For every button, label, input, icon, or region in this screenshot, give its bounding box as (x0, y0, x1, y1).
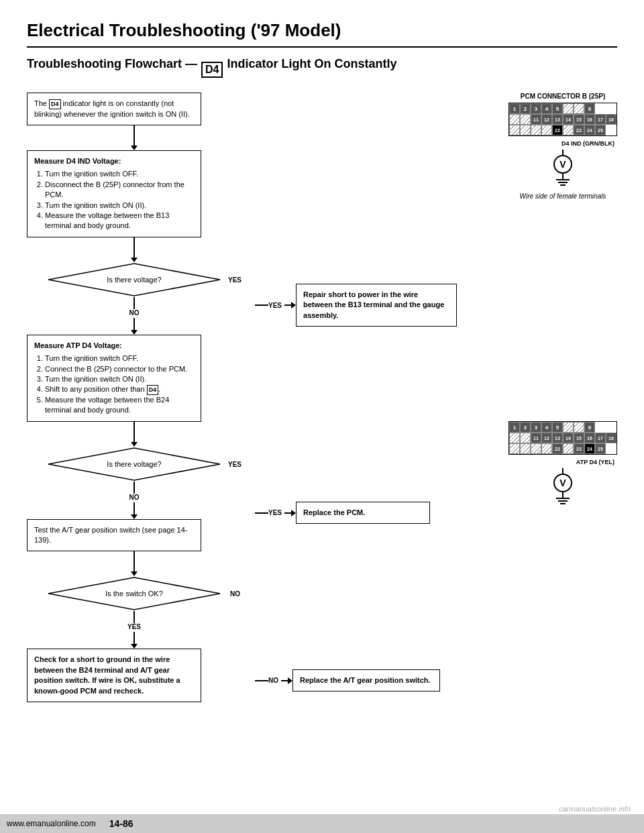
no1-label: NO (129, 309, 140, 317)
box3-step4: Shift to any position other than D4. (45, 384, 194, 395)
watermark-logo: carmanualsonline.info (559, 805, 631, 813)
no2-label: NO (129, 494, 140, 501)
wire-side-text: Wire side of female terminals (508, 192, 617, 200)
right-action-row-2: YES Replace the PCM. (255, 502, 610, 524)
box3-step3: Turn the ignition switch ON (II). (45, 374, 194, 384)
right-action-row-3: NO Replace the A/T gear position switch. (255, 669, 610, 691)
indicator-box: D4 (201, 62, 223, 78)
no3-label: NO (230, 590, 240, 598)
box3-step5: Measure the voltage between the B24 term… (45, 395, 194, 416)
yes3-label: YES (127, 623, 141, 630)
diamond-1: Is there voltage? YES (47, 262, 221, 297)
bottom-bar: www.emanualonline.com 14-86 (0, 814, 644, 833)
box5-text: Check for a short to ground in the wire … (34, 655, 180, 694)
arrow-3 (131, 330, 138, 335)
arrow-right-1 (291, 302, 296, 309)
section-subtitle: Indicator Light On Constantly (227, 57, 396, 71)
arrow-7 (131, 644, 138, 649)
arrow-right-3 (288, 677, 292, 684)
bottom-page: 14-86 (109, 818, 133, 829)
flowchart-box-1: The D4 indicator light is on constantly … (27, 93, 201, 125)
diamond3-text: Is the switch OK? (47, 576, 221, 611)
flowchart-box-3: Measure ATP D4 Voltage: Turn the ignitio… (27, 335, 201, 422)
box3-d4: D4 (147, 385, 159, 395)
yes2-line-label: YES (268, 509, 282, 516)
connector-diagram-2: 1 2 3 4 5 8 11 12 13 (508, 421, 617, 504)
conn2-label: ATP D4 (YEL) (508, 459, 614, 465)
flowchart-box-5: Check for a short to ground in the wire … (27, 649, 201, 702)
section-title: Troubleshooting Flowchart — (27, 57, 197, 71)
box2-step2: Disconnect the B (25P) connector from th… (45, 180, 194, 201)
conn1-label: D4 IND (GRN/BLK) (508, 140, 614, 147)
diamond-2: Is there voltage? YES (47, 447, 221, 482)
box2-step4: Measure the voltage between the B13 term… (45, 211, 194, 231)
box3-step2: Connect the B (25P) connector to the PCM… (45, 364, 194, 374)
box3-title: Measure ATP D4 Voltage: (34, 341, 122, 349)
yes2-label: YES (228, 460, 241, 467)
flowchart-left: The D4 indicator light is on constantly … (27, 93, 241, 702)
box1-d4-label: D4 (49, 99, 61, 109)
right-action-box-2: Replace the PCM. (296, 502, 430, 524)
box2-step1: Turn the ignition switch OFF. (45, 169, 194, 179)
connector-diagram-1: PCM CONNECTOR B (25P) 1 2 3 4 5 8 (508, 93, 617, 200)
no3-line-label: NO (268, 677, 278, 684)
bottom-url: www.emanualonline.com (7, 819, 96, 828)
page: Electrical Troubleshooting ('97 Model) T… (0, 0, 644, 833)
flowchart-area: The D4 indicator light is on constantly … (27, 93, 617, 702)
voltmeter-1: V (553, 155, 572, 174)
yes1-label: YES (228, 276, 241, 283)
arrow-5 (131, 514, 138, 519)
right-action-box-1: Repair short to power in the wire betwee… (296, 284, 457, 327)
replace-pcm-text: Replace the PCM. (303, 508, 365, 516)
right-action-box-3: Replace the A/T gear position switch. (292, 669, 440, 691)
replace-switch-text: Replace the A/T gear position switch. (300, 676, 431, 684)
diamond1-text: Is there voltage? (47, 262, 221, 297)
right-action-row-1: YES Repair short to power in the wire be… (255, 284, 610, 327)
box2-step3: Turn the ignition switch ON (II). (45, 201, 194, 211)
flowchart-right: PCM CONNECTOR B (25P) 1 2 3 4 5 8 (255, 93, 617, 702)
page-title: Electrical Troubleshooting ('97 Model) (27, 20, 617, 41)
flowchart-box-2: Measure D4 IND Voltage: Turn the ignitio… (27, 150, 201, 237)
box3-step1: Turn the ignition switch OFF. (45, 353, 194, 364)
yes1-line-label: YES (268, 302, 282, 309)
arrow-6 (131, 571, 138, 576)
flowchart-box-4: Test the A/T gear position switch (see p… (27, 519, 201, 552)
arrow-4 (131, 442, 138, 447)
arrow-right-2 (291, 510, 296, 516)
box1-text1: The (34, 99, 49, 107)
diamond2-text: Is there voltage? (47, 447, 221, 482)
box2-title: Measure D4 IND Voltage: (34, 157, 121, 165)
diamond-3: Is the switch OK? NO (47, 576, 221, 611)
arrow-1 (131, 146, 138, 150)
title-divider (27, 46, 617, 48)
arrow-2 (131, 258, 138, 262)
voltmeter-2: V (553, 474, 572, 492)
pcm-title: PCM CONNECTOR B (25P) (508, 93, 617, 100)
box4-text: Test the A/T gear position switch (see p… (34, 526, 187, 544)
